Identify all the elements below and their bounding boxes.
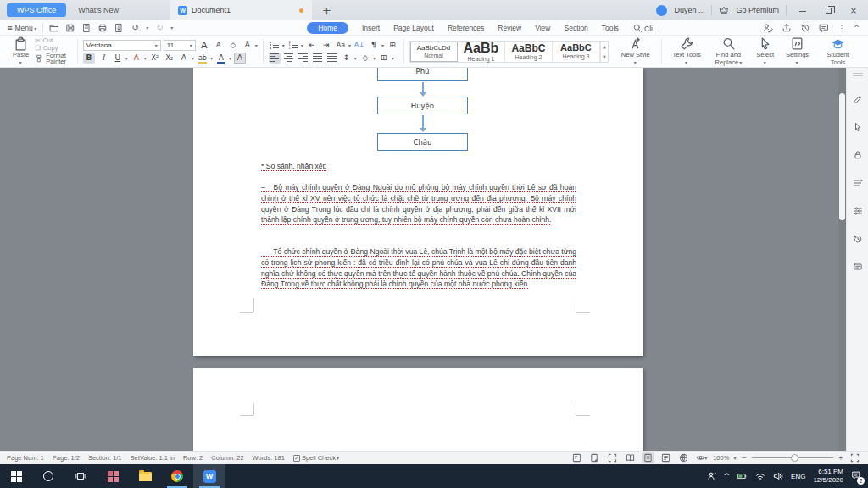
clear-format-button[interactable]: ◇ <box>227 40 239 51</box>
taskbar-app-pink[interactable] <box>97 464 129 488</box>
decrease-indent-button[interactable]: ⇤ <box>306 40 318 51</box>
pointer-icon[interactable] <box>853 122 863 132</box>
volume-icon[interactable] <box>773 471 783 481</box>
paragraph-settings-button[interactable]: ¶ <box>368 40 380 51</box>
tab-tools[interactable]: Tools <box>602 24 619 32</box>
highlight-button[interactable]: ab <box>197 53 209 64</box>
format-painter-button[interactable]: Format Painter <box>35 53 72 66</box>
settings-button[interactable]: Settings ▾ <box>780 36 815 67</box>
insert-table-button[interactable]: ⊞ <box>387 40 398 51</box>
page-1[interactable]: Phủ Huyện Châu * So sánh, nhận xét: – Bộ… <box>193 68 643 356</box>
text-tools-button[interactable]: Text Tools ▾ <box>667 36 707 67</box>
vertical-scrollbar[interactable] <box>838 68 846 451</box>
task-view-button[interactable] <box>64 464 97 488</box>
history-clock-icon[interactable] <box>853 234 863 244</box>
style-heading3[interactable]: AaBbC Heading 3 <box>553 42 600 62</box>
zoom-in-button[interactable]: + <box>838 454 843 462</box>
view-read-mode-button[interactable] <box>624 452 637 463</box>
wps-taskbar-button[interactable]: W <box>193 464 225 488</box>
numbering-button[interactable] <box>287 40 299 51</box>
tray-expand-button[interactable]: ^ <box>724 472 731 480</box>
font-name-select[interactable]: Verdana▾ <box>83 40 161 51</box>
paste-button[interactable]: Paste ▾ <box>7 36 35 67</box>
account-avatar[interactable] <box>656 5 667 16</box>
close-button[interactable]: × <box>844 6 863 15</box>
language-indicator[interactable]: ENG <box>791 473 805 480</box>
file-explorer-button[interactable] <box>129 464 161 488</box>
spell-check-toggle[interactable]: ✓ Spell Check ▾ <box>293 454 339 462</box>
flowchart-box-chau[interactable]: Châu <box>377 133 468 151</box>
undo-button[interactable]: ↺ <box>130 23 141 32</box>
tab-page-layout[interactable]: Page Layout <box>393 24 434 32</box>
styles-scroll-up[interactable]: ▲ <box>603 44 606 49</box>
view-export-button[interactable] <box>588 452 601 463</box>
borders-button[interactable]: ⊞ <box>378 53 390 64</box>
tab-insert[interactable]: Insert <box>362 24 380 32</box>
restore-button[interactable] <box>819 6 837 15</box>
cut-button[interactable]: ✄Cut <box>35 37 72 44</box>
battery-icon[interactable] <box>737 471 748 481</box>
wps-office-tab[interactable]: WPS Office <box>7 3 66 17</box>
grow-font-button[interactable]: A <box>198 40 210 51</box>
fit-page-button[interactable] <box>849 452 861 463</box>
text-effects-button[interactable]: A <box>178 53 190 64</box>
change-case-button[interactable]: Aa <box>335 40 347 51</box>
zoom-out-button[interactable]: − <box>741 454 746 462</box>
redo-button[interactable]: ↻ <box>154 23 165 32</box>
document-tab[interactable]: W Document1 <box>170 0 312 20</box>
distribute-button[interactable] <box>326 53 338 64</box>
subscript-button[interactable]: X₂ <box>164 53 175 64</box>
chrome-button[interactable] <box>161 464 193 488</box>
more-menu-icon[interactable]: ⋮ <box>837 24 845 32</box>
student-tools-button[interactable]: Student Tools <box>815 36 861 67</box>
sign-edit-icon[interactable] <box>763 23 773 33</box>
justify-button[interactable] <box>312 53 324 64</box>
align-center-button[interactable] <box>283 53 295 64</box>
tab-view[interactable]: View <box>535 24 550 32</box>
new-style-button[interactable]: New Style ▾ <box>615 36 656 67</box>
align-left-button[interactable] <box>269 53 281 64</box>
export-pdf-icon[interactable] <box>114 23 124 33</box>
zoom-slider-knob[interactable] <box>791 454 798 462</box>
save-icon[interactable] <box>65 23 75 33</box>
view-fullscreen-button[interactable] <box>606 452 619 463</box>
lock-icon[interactable] <box>853 150 863 160</box>
whats-new-tab[interactable]: What's New <box>66 3 131 17</box>
bold-button[interactable]: B <box>83 53 95 64</box>
shrink-font-button[interactable]: A <box>213 40 225 51</box>
reading-card-icon[interactable] <box>853 262 863 272</box>
tab-references[interactable]: References <box>448 24 484 32</box>
start-button[interactable] <box>0 464 32 488</box>
sort-button[interactable]: A↓ <box>353 40 365 51</box>
adjust-sliders-icon[interactable] <box>853 206 863 216</box>
outline-list-icon[interactable] <box>853 178 863 188</box>
shape-fill-button[interactable]: ◇ <box>359 53 371 64</box>
action-center-button[interactable]: 2 <box>851 470 861 482</box>
view-web-layout-button[interactable] <box>677 452 690 463</box>
account-name[interactable]: Duyen ... <box>674 6 704 14</box>
font-size-select[interactable]: 11▾ <box>164 40 196 51</box>
tab-review[interactable]: Review <box>498 24 521 32</box>
styles-scroll-down[interactable]: ▼ <box>603 54 606 59</box>
menu-button[interactable]: ≡ Menu ▾ <box>7 24 36 32</box>
italic-button[interactable]: I <box>97 53 109 64</box>
increase-indent-button[interactable]: ⇥ <box>320 40 332 51</box>
select-button[interactable]: Select ▾ <box>750 36 780 67</box>
new-tab-button[interactable]: + <box>312 4 342 17</box>
print-preview-icon[interactable] <box>81 23 92 33</box>
zoom-level[interactable]: 100% <box>713 454 729 462</box>
open-file-icon[interactable] <box>49 23 59 33</box>
page-2[interactable] <box>193 368 643 451</box>
underline-button[interactable]: U <box>112 53 124 64</box>
style-normal[interactable]: AaBbCcDd Normal <box>410 42 458 62</box>
wifi-icon[interactable] <box>755 471 765 481</box>
superscript-button[interactable]: X² <box>149 53 161 64</box>
edit-pen-icon[interactable] <box>853 94 863 104</box>
quick-access-more-button[interactable]: ▾ <box>170 25 173 30</box>
style-heading1[interactable]: AaBb Heading 1 <box>458 42 505 62</box>
rail-handle[interactable] <box>853 73 863 76</box>
find-replace-button[interactable]: Find and Replace ▾ <box>707 36 751 67</box>
print-icon[interactable] <box>97 23 108 33</box>
scrollbar-thumb[interactable] <box>839 93 845 220</box>
char-shading-button[interactable]: A <box>234 53 246 64</box>
